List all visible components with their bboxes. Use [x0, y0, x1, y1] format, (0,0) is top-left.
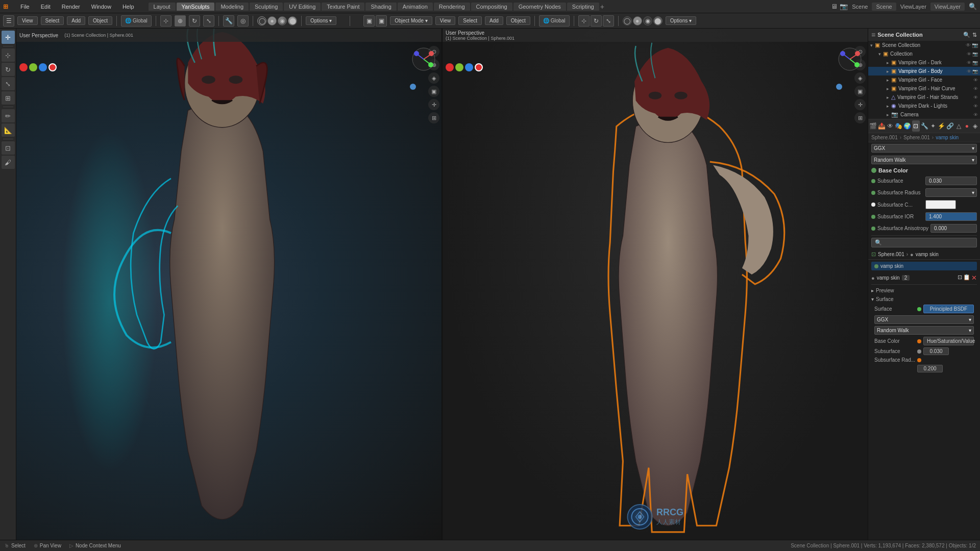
prop-output-icon[interactable]: 📤 [878, 120, 886, 132]
eye-icon8[interactable]: 👁 [973, 104, 978, 109]
green-circle-right[interactable] [455, 63, 463, 71]
prop-shader-icon[interactable]: ◈ [972, 120, 979, 132]
prop-view-icon[interactable]: 👁 [887, 120, 894, 132]
subsurface-value[interactable]: 0.030 [925, 177, 977, 185]
prop-modifier-icon[interactable]: 🔧 [921, 120, 928, 132]
surface-label[interactable]: ▾ Surface [871, 296, 977, 302]
search-input[interactable] [884, 240, 973, 245]
eye-icon2[interactable]: 👁 [967, 52, 971, 57]
select-btn[interactable]: Select [41, 16, 64, 25]
blue-circle-left[interactable] [39, 63, 47, 71]
rotate-icon[interactable]: ↻ [2, 63, 15, 76]
red-circle-left[interactable] [19, 63, 28, 71]
perspective-icon-right[interactable]: ◈ [854, 72, 866, 84]
prop-world-icon[interactable]: 🌍 [903, 120, 911, 132]
view-btn[interactable]: View [17, 16, 38, 25]
snap-icon-left[interactable]: ✛ [428, 99, 439, 110]
view-btn2[interactable]: View [435, 16, 456, 25]
outliner-camera[interactable]: ▸ 📷 Camera 👁 [868, 110, 980, 119]
objectmode-btn[interactable]: Object Mode ▾ [390, 16, 432, 25]
randomwalk-dropdown[interactable]: Random Walk ▾ [871, 156, 977, 164]
tab-layout[interactable]: Layout [149, 3, 176, 11]
subsurf-aniso-value[interactable]: 0.000 [930, 224, 977, 233]
paint-icon[interactable]: 🖌 [2, 156, 15, 169]
add-workspace-btn[interactable]: + [600, 3, 604, 11]
surf-sub-value[interactable]: 0.030 [923, 347, 949, 355]
outliner-dark-lights[interactable]: ▸ ◉ Vampire Dark - Lights 👁 [868, 102, 980, 110]
select-btn2[interactable]: Select [458, 16, 482, 25]
tab-shading[interactable]: Shading [365, 3, 396, 11]
measure-icon-right[interactable]: ⊞ [854, 112, 866, 123]
measure-icon[interactable]: 📐 [2, 123, 15, 137]
add-btn[interactable]: Add [67, 16, 85, 25]
toggle-sidebar-btn[interactable]: ☰ [3, 15, 14, 27]
material-name[interactable]: vamp skin [916, 252, 939, 257]
tab-rendering[interactable]: Rendering [434, 3, 470, 11]
object-btn[interactable]: Object [88, 16, 112, 25]
snap-icon-right[interactable]: ✛ [854, 99, 866, 110]
viewport-left[interactable]: User Perspective (1) Scene Collection | … [16, 29, 443, 540]
add-btn2[interactable]: Add [485, 16, 503, 25]
perspective-icon-left[interactable]: ◈ [428, 72, 439, 84]
render-icon4[interactable]: 📷 [972, 69, 978, 74]
prop-object-icon[interactable]: ⊡ [912, 120, 919, 132]
material-btn[interactable]: ◉ [278, 16, 287, 26]
surface-rw-dropdown[interactable]: Random Walk ▾ [874, 326, 974, 335]
mat-browse-icon[interactable]: ⊡ [958, 274, 962, 282]
mat-copy-icon[interactable]: 📋 [963, 274, 970, 282]
prop-material-icon[interactable]: ● [963, 120, 970, 132]
outliner-collection[interactable]: ▾ ▣ Collection 👁 📷 [868, 49, 980, 58]
surface-ggx-dropdown[interactable]: GGX ▾ [874, 315, 974, 324]
prop-physics-icon[interactable]: ⚡ [938, 120, 945, 132]
breadcrumb-material[interactable]: vamp skin [936, 135, 959, 140]
cursor-tool[interactable]: ⊕ [175, 15, 186, 27]
menu-file[interactable]: File [18, 3, 32, 11]
material-slot[interactable]: vamp skin [871, 262, 977, 270]
rotate-tool[interactable]: ↻ [189, 15, 200, 27]
render-icon3[interactable]: 📷 [972, 60, 978, 65]
move-tool2[interactable]: ⊹ [578, 15, 590, 27]
green-circle-left[interactable] [29, 63, 37, 71]
material-btn2[interactable]: ◉ [643, 16, 652, 26]
outliner-vampire-face[interactable]: ▸ ▣ Vampire Girl - Face 👁 [868, 76, 980, 84]
breadcrumb-mesh[interactable]: Sphere.001 [871, 135, 898, 140]
tab-uvediting[interactable]: UV Editing [284, 3, 321, 11]
scale-icon[interactable]: ⤡ [2, 77, 15, 90]
object-btn2[interactable]: Object [506, 16, 530, 25]
menu-render[interactable]: Render [60, 3, 82, 11]
outliner-scene-collection[interactable]: ▾ ▣ Scene Collection 👁 📷 [868, 41, 980, 49]
proportional-icon[interactable]: ◎ [237, 15, 249, 27]
solid-btn[interactable]: ● [267, 16, 277, 26]
tab-sculpting[interactable]: Sculpting [250, 3, 283, 11]
prop-render-icon[interactable]: 🎬 [869, 120, 877, 132]
close-circle-left[interactable] [48, 63, 57, 71]
camera-icon[interactable]: 📷 [840, 3, 848, 10]
ggx-dropdown[interactable]: GGX ▾ [871, 144, 977, 153]
render-icon[interactable]: 📷 [972, 52, 978, 57]
rendered-btn[interactable]: ⬤ [288, 16, 297, 26]
outliner-hair-curve[interactable]: ▸ ▣ Vampire Girl - Hair Curve 👁 [868, 84, 980, 93]
eye-icon5[interactable]: 👁 [973, 78, 978, 83]
options-btn2[interactable]: Options ▾ [666, 16, 696, 25]
tab-texturepaint[interactable]: Texture Paint [322, 3, 364, 11]
surf-basecolor-value[interactable]: Hue/Saturation/Value [923, 337, 974, 345]
breadcrumb-obj[interactable]: Sphere.001 [903, 135, 930, 140]
cursor-tool-icon[interactable]: ✛ [2, 31, 15, 44]
mesh-name[interactable]: Sphere.001 [878, 252, 904, 257]
viewlayer-selector[interactable]: ViewLayer [930, 3, 965, 11]
blue-circle-right[interactable] [465, 63, 473, 71]
mat-remove-icon[interactable]: ✕ [971, 274, 977, 282]
viewport-right[interactable]: User Perspective (1) Scene Collection | … [443, 29, 868, 540]
eye-icon[interactable]: 👁 [966, 42, 971, 48]
search-global-icon[interactable]: 🔍 [969, 3, 977, 10]
menu-edit[interactable]: Edit [39, 3, 53, 11]
outliner-hair-strands[interactable]: ▸ △ Vampire Girl - Hair Strands 👁 [868, 93, 980, 102]
outliner-sort-icon[interactable]: ⇅ [972, 32, 977, 38]
options-btn[interactable]: Options ▾ [306, 16, 336, 25]
local-view-icon-right[interactable]: ▣ [854, 86, 866, 97]
tab-yansculpts[interactable]: YanSculpts [177, 3, 215, 11]
preview-label[interactable]: ▸ Preview [871, 288, 977, 293]
annotate-icon[interactable]: ✏ [2, 109, 15, 122]
local-view-icon-left[interactable]: ▣ [428, 86, 439, 97]
outliner-vampire-dark[interactable]: ▸ ▣ Vampire Girl - Dark 👁 📷 [868, 58, 980, 67]
